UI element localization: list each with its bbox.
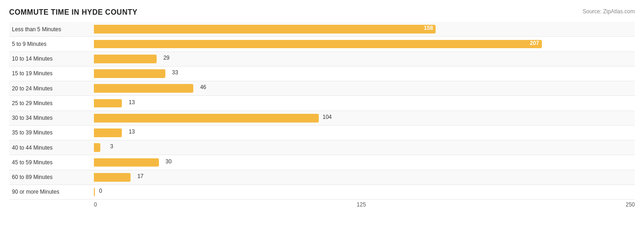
chart-source: Source: ZipAtlas.com bbox=[583, 8, 635, 15]
row-label: 90 or more Minutes bbox=[9, 189, 94, 195]
bar: 29 bbox=[94, 55, 157, 63]
row-label: 20 to 24 Minutes bbox=[9, 85, 94, 92]
bar: 30 bbox=[94, 158, 159, 167]
bar-value: 46 bbox=[200, 84, 206, 90]
bar-area: 0 bbox=[94, 185, 635, 199]
bar-value: 30 bbox=[165, 158, 171, 165]
bar: 13 bbox=[94, 128, 122, 137]
row-label: 40 to 44 Minutes bbox=[9, 145, 94, 151]
row-label: 15 to 19 Minutes bbox=[9, 70, 94, 77]
bar-value: 13 bbox=[129, 99, 135, 106]
bar: 104 bbox=[94, 114, 319, 123]
row-label: 35 to 39 Minutes bbox=[9, 129, 94, 136]
bar-value: 3 bbox=[110, 143, 113, 150]
row-label: 30 to 34 Minutes bbox=[9, 115, 94, 121]
bar-area: 13 bbox=[94, 96, 635, 110]
bar-value: 17 bbox=[137, 173, 143, 179]
bar-value: 29 bbox=[164, 55, 169, 61]
bar-row: Less than 5 Minutes158 bbox=[9, 22, 635, 37]
bar-area: 33 bbox=[94, 67, 635, 81]
bar-area: 13 bbox=[94, 126, 635, 140]
row-label: 5 to 9 Minutes bbox=[9, 41, 94, 47]
chart-body: Less than 5 Minutes1585 to 9 Minutes2071… bbox=[9, 22, 635, 208]
x-axis: 0125250 bbox=[9, 201, 635, 208]
bar-area: 17 bbox=[94, 170, 635, 184]
bar-row: 90 or more Minutes0 bbox=[9, 185, 635, 200]
bar-row: 60 to 89 Minutes17 bbox=[9, 170, 635, 185]
bar-value: 104 bbox=[322, 114, 332, 120]
bar-row: 40 to 44 Minutes3 bbox=[9, 140, 635, 155]
bar-row: 25 to 29 Minutes13 bbox=[9, 96, 635, 111]
chart-container: COMMUTE TIME IN HYDE COUNTY Source: ZipA… bbox=[0, 0, 644, 240]
bar-row: 35 to 39 Minutes13 bbox=[9, 126, 635, 140]
bar-row: 45 to 59 Minutes30 bbox=[9, 155, 635, 170]
bar-value-inside: 207 bbox=[530, 40, 539, 46]
bar-area: 46 bbox=[94, 81, 635, 95]
bar: 3 bbox=[94, 143, 100, 152]
chart-title: COMMUTE TIME IN HYDE COUNTY bbox=[9, 8, 137, 17]
bar-value: 33 bbox=[172, 69, 178, 76]
bar: 17 bbox=[94, 173, 131, 182]
bar-row: 20 to 24 Minutes46 bbox=[9, 81, 635, 96]
bar-row: 10 to 14 Minutes29 bbox=[9, 52, 635, 67]
bar-value-inside: 158 bbox=[424, 25, 433, 31]
bar-area: 158 bbox=[94, 22, 635, 36]
bar: 33 bbox=[94, 69, 165, 78]
x-axis-label: 250 bbox=[626, 201, 635, 208]
x-axis-label: 0 bbox=[94, 201, 97, 208]
x-axis-label: 125 bbox=[357, 201, 366, 208]
bar-row: 30 to 34 Minutes104 bbox=[9, 111, 635, 126]
bar-area: 104 bbox=[94, 111, 635, 125]
bar-area: 30 bbox=[94, 155, 635, 169]
bar: 13 bbox=[94, 99, 122, 108]
bar-area: 29 bbox=[94, 52, 635, 66]
row-label: 25 to 29 Minutes bbox=[9, 100, 94, 106]
bar-row: 5 to 9 Minutes207 bbox=[9, 37, 635, 51]
bar: 0 bbox=[94, 188, 95, 196]
row-label: Less than 5 Minutes bbox=[9, 26, 94, 33]
bar-area: 3 bbox=[94, 140, 635, 155]
bar: 207 bbox=[94, 40, 542, 49]
chart-header: COMMUTE TIME IN HYDE COUNTY Source: ZipA… bbox=[9, 8, 635, 17]
bar: 46 bbox=[94, 84, 193, 93]
bar-row: 15 to 19 Minutes33 bbox=[9, 67, 635, 81]
bar-value: 13 bbox=[129, 128, 135, 135]
bar-value: 0 bbox=[99, 188, 102, 194]
row-label: 45 to 59 Minutes bbox=[9, 159, 94, 166]
row-label: 60 to 89 Minutes bbox=[9, 174, 94, 180]
bar: 158 bbox=[94, 25, 436, 33]
bar-area: 207 bbox=[94, 37, 635, 51]
rows-area: Less than 5 Minutes1585 to 9 Minutes2071… bbox=[9, 22, 635, 200]
row-label: 10 to 14 Minutes bbox=[9, 56, 94, 62]
